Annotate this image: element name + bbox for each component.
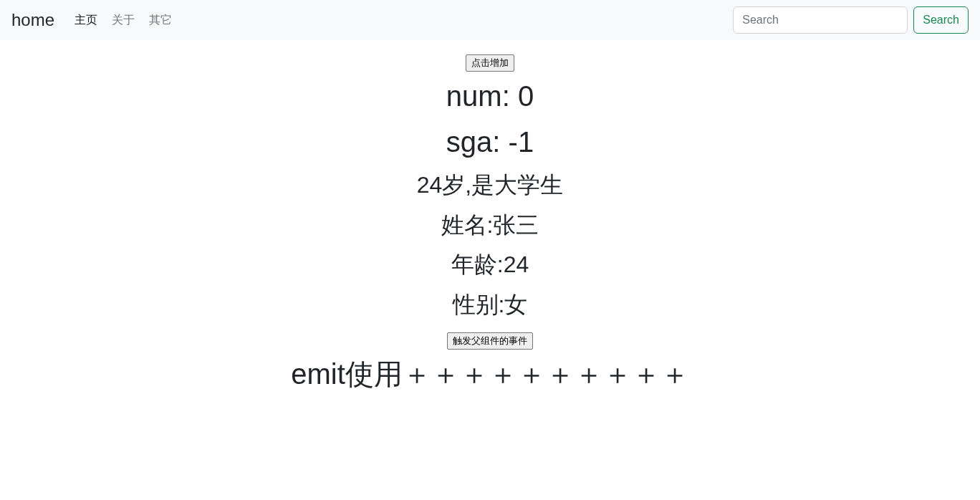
sga-line: sga: -1: [0, 120, 980, 163]
main-content: 点击增加 num: 0 sga: -1 24岁,是大学生 姓名:张三 年龄:24…: [0, 40, 980, 393]
nav-link-about[interactable]: 关于: [112, 13, 135, 28]
trigger-row: 触发父组件的事件: [0, 332, 980, 350]
age-line: 年龄:24: [0, 247, 980, 283]
num-line: num: 0: [0, 74, 980, 117]
navbar-brand[interactable]: home: [11, 10, 54, 30]
nav-link-home[interactable]: 主页: [75, 13, 97, 28]
trigger-parent-button[interactable]: 触发父组件的事件: [447, 332, 533, 350]
nav-link-other[interactable]: 其它: [149, 13, 172, 28]
increment-button[interactable]: 点击增加: [466, 54, 514, 72]
navbar: home 主页 关于 其它 Search: [0, 0, 980, 40]
search-button[interactable]: Search: [913, 6, 969, 34]
search-form: Search: [733, 6, 969, 34]
search-input[interactable]: [733, 6, 908, 34]
gender-line: 性别:女: [0, 287, 980, 323]
student-line: 24岁,是大学生: [0, 168, 980, 203]
name-line: 姓名:张三: [0, 208, 980, 244]
nav-links: 主页 关于 其它: [75, 13, 733, 28]
emit-line: emit使用＋＋＋＋＋＋＋＋＋＋: [0, 355, 980, 393]
